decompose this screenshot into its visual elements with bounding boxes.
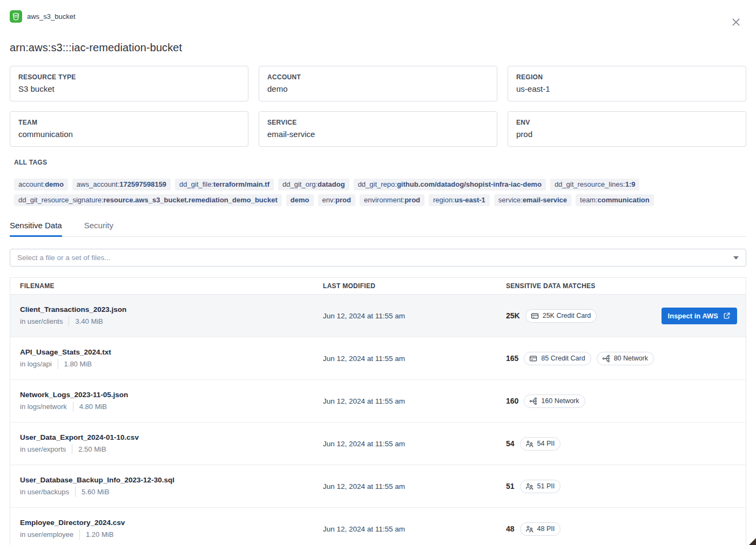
attribute-card: SERVICE email-service <box>259 111 497 147</box>
attribute-card-label: RESOURCE TYPE <box>18 73 240 81</box>
table-row[interactable]: API_Usage_Stats_2024.txt in logs/api 1.8… <box>10 337 746 380</box>
table-row[interactable]: Client_Transactions_2023.json in user/cl… <box>10 295 746 337</box>
attribute-card-value: demo <box>267 84 489 93</box>
last-modified-value: Jun 12, 2024 at 11:55 am <box>323 482 506 491</box>
tags-list: account:demo aws_account:172597598159 dd… <box>14 179 746 206</box>
tag-pill[interactable]: dd_git_resource_signature:resource.aws_s… <box>14 194 282 206</box>
match-badges: 54 PII <box>520 437 561 451</box>
external-link-icon <box>723 312 731 319</box>
all-tags-section: ALL TAGS account:demo aws_account:172597… <box>14 159 746 206</box>
divider <box>73 401 73 412</box>
attribute-card-value: us-east-1 <box>516 84 738 93</box>
attribute-card-label: REGION <box>516 73 738 81</box>
tag-pill[interactable]: aws_account:172597598159 <box>72 179 171 190</box>
match-badges: 48 PII <box>520 522 561 536</box>
inspect-in-aws-button[interactable]: Inspect in AWS <box>662 308 737 324</box>
last-modified-value: Jun 12, 2024 at 11:55 am <box>323 397 506 405</box>
pii-icon <box>525 440 534 448</box>
file-select-placeholder: Select a file or a set of files... <box>17 254 111 262</box>
match-badge-label: 54 PII <box>537 440 555 447</box>
match-badge: 48 PII <box>520 522 561 536</box>
match-count: 160 <box>506 397 518 405</box>
attribute-card-value: prod <box>516 130 738 139</box>
all-tags-label: ALL TAGS <box>14 159 746 166</box>
table-row[interactable]: User_Data_Export_2024-01-10.csv in user/… <box>10 423 746 465</box>
tag-pill[interactable]: account:demo <box>14 179 68 190</box>
file-select[interactable]: Select a file or a set of files... <box>10 249 746 267</box>
match-badge: 80 Network <box>597 352 654 365</box>
match-badges: 51 PII <box>520 480 561 493</box>
table-row[interactable]: Employee_Directory_2024.csv in user/empl… <box>10 508 746 545</box>
tab-sensitive-data[interactable]: Sensitive Data <box>10 221 62 236</box>
attribute-card: TEAM communication <box>10 111 248 147</box>
match-count: 54 <box>506 439 515 448</box>
last-modified-value: Jun 12, 2024 at 11:55 am <box>323 312 506 320</box>
match-badge-label: 160 Network <box>541 397 579 405</box>
match-badge-label: 80 Network <box>614 355 648 362</box>
column-header-last-modified: LAST MODIFIED <box>323 282 506 290</box>
match-badge: 54 PII <box>520 437 561 451</box>
tag-pill[interactable]: team:communication <box>576 194 654 206</box>
match-badges: 160 Network <box>524 394 585 408</box>
file-size: 2.50 MiB <box>78 445 106 453</box>
tab-security[interactable]: Security <box>84 221 113 236</box>
page-title: arn:aws:s3:::iac-remediation-bucket <box>10 42 746 54</box>
file-name: User_Data_Export_2024-01-10.csv <box>20 433 323 441</box>
tag-pill[interactable]: demo <box>286 194 314 206</box>
tag-pill[interactable]: service:email-service <box>494 194 571 206</box>
attribute-card: ENV prod <box>508 111 746 147</box>
column-header-matches: SENSITIVE DATA MATCHES <box>506 282 746 290</box>
tag-pill[interactable]: dd_git_file:terraform/main.tf <box>175 179 274 190</box>
file-name: User_Database_Backup_Info_2023-12-30.sql <box>20 476 323 484</box>
close-icon <box>731 21 741 29</box>
file-size: 5.60 MiB <box>82 488 109 496</box>
file-location: in user/exports <box>20 445 66 453</box>
file-size: 4.80 MiB <box>79 403 107 411</box>
file-location: in user/employee <box>20 530 73 539</box>
match-count: 48 <box>506 524 515 533</box>
file-name: Employee_Directory_2024.csv <box>20 519 323 527</box>
tag-pill[interactable]: environment:prod <box>360 194 424 206</box>
file-size: 3.40 MiB <box>75 317 103 325</box>
chevron-down-icon <box>733 256 739 260</box>
match-count: 165 <box>506 354 518 363</box>
tag-pill[interactable]: dd_git_resource_lines:1:9 <box>550 179 640 190</box>
match-badge-label: 51 PII <box>537 482 555 490</box>
table-row[interactable]: User_Database_Backup_Info_2023-12-30.sql… <box>10 465 746 508</box>
file-location: in user/backups <box>20 488 69 496</box>
match-badge: 51 PII <box>520 480 561 493</box>
match-count: 51 <box>506 482 515 491</box>
table-row[interactable]: Network_Logs_2023-11-05.json in logs/net… <box>10 380 746 423</box>
last-modified-value: Jun 12, 2024 at 11:55 am <box>323 525 506 533</box>
last-modified-value: Jun 12, 2024 at 11:55 am <box>323 355 506 363</box>
file-location: in logs/api <box>20 360 52 368</box>
network-icon <box>602 355 610 363</box>
attribute-card: REGION us-east-1 <box>508 66 746 101</box>
file-name: Client_Transactions_2023.json <box>20 305 323 314</box>
mouse-cursor <box>749 538 756 545</box>
tag-pill[interactable]: env:prod <box>318 194 355 206</box>
match-badge-label: 85 Credit Card <box>541 355 585 362</box>
file-size: 1.80 MiB <box>64 360 92 368</box>
s3-bucket-icon <box>10 10 22 23</box>
attribute-card: RESOURCE TYPE S3 bucket <box>10 66 248 101</box>
close-button[interactable] <box>729 15 743 29</box>
match-badge: 85 Credit Card <box>524 352 591 365</box>
match-badges: 85 Credit Card80 Network <box>524 352 654 365</box>
file-name: API_Usage_Stats_2024.txt <box>20 348 323 356</box>
divider <box>58 359 58 369</box>
attribute-card-label: SERVICE <box>267 119 489 126</box>
match-count: 25K <box>506 311 520 320</box>
attribute-card-label: ACCOUNT <box>267 73 489 81</box>
tag-pill[interactable]: region:us-east-1 <box>429 194 490 206</box>
last-modified-value: Jun 12, 2024 at 11:55 am <box>323 440 506 448</box>
tag-pill[interactable]: dd_git_repo:github.com/datadog/shopist-i… <box>354 179 546 190</box>
credit-card-icon <box>531 312 539 320</box>
resource-type-label: aws_s3_bucket <box>27 12 76 21</box>
file-location: in logs/network <box>20 403 67 411</box>
pii-icon <box>525 482 534 491</box>
match-badges: 25K Credit Card <box>525 309 597 323</box>
credit-card-icon <box>529 355 537 363</box>
table-body: Client_Transactions_2023.json in user/cl… <box>10 295 746 545</box>
tag-pill[interactable]: dd_git_org:datadog <box>278 179 349 190</box>
